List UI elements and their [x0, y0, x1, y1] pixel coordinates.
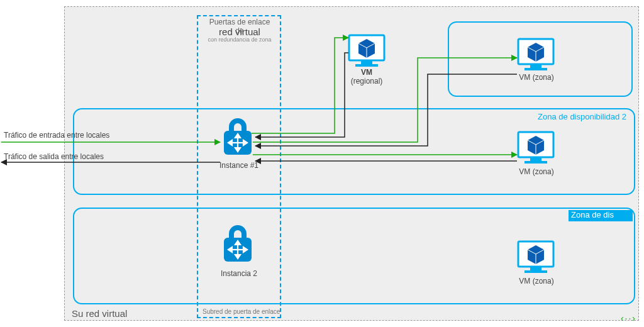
availability-zone-2: Zona de disponibilidad 2	[73, 108, 635, 195]
gateway-header-3: con redundancia de zona	[205, 36, 274, 43]
gateway-header-2: red virtual	[205, 26, 274, 37]
watermark-icon: ‹··›	[621, 313, 636, 323]
vm-regional-label: VM	[352, 68, 381, 77]
traffic-out-label: Tráfico de salida entre locales	[4, 152, 104, 161]
vnet-label: Su red virtual	[72, 308, 127, 319]
availability-zone-1	[448, 21, 633, 97]
gateway-subnet-label: Subred de puerta de enlace	[203, 308, 280, 315]
zone-2-title: Zona de disponibilidad 2	[538, 112, 626, 121]
vm-zone3-label: VM (zona)	[516, 277, 557, 285]
availability-zone-3: Zona de dis	[73, 208, 635, 304]
vm-zone2-label: VM (zona)	[516, 167, 557, 176]
vm-zone1-label: VM (zona)	[516, 73, 557, 82]
instance-1-label: Instance #1	[214, 161, 264, 170]
zone-3-title: Zona de dis	[569, 210, 633, 221]
instance-2-label: Instancia 2	[214, 269, 264, 278]
traffic-in-label: Tráfico de entrada entre locales	[4, 131, 109, 140]
vm-regional-sub: (regional)	[346, 77, 387, 86]
diagram-canvas: Zona de disponibilidad 2 Zona de dis	[0, 0, 644, 327]
